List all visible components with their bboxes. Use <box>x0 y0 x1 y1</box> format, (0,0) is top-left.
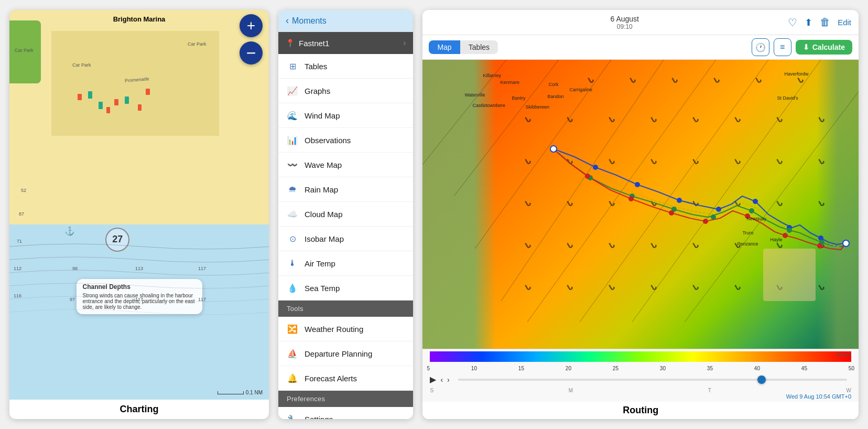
sea-temp-label: Sea Temp <box>305 284 340 293</box>
menu-item-weather-routing[interactable]: 🔀 Weather Routing <box>278 317 413 341</box>
menu-item-air-temp[interactable]: 🌡 Air Temp <box>278 251 413 276</box>
route-name: Fastnet1 <box>299 39 329 48</box>
timeline-knob[interactable] <box>757 376 766 384</box>
place-truro: Truro <box>742 230 753 235</box>
anchor-icon: ⚓ <box>64 226 75 236</box>
cloud-map-label: Cloud Map <box>305 210 343 219</box>
svg-text:ᒐ: ᒐ <box>650 240 658 250</box>
car-park-label-1: Car Park <box>15 48 34 53</box>
routing-header-actions: ♡ ⬆ 🗑 Edit <box>788 16 851 29</box>
menu-item-wave-map[interactable]: 〰️ Wave Map <box>278 153 413 177</box>
scale-line <box>218 391 244 394</box>
place-hayle: Hayle <box>770 237 782 242</box>
menu-item-graphs[interactable]: 📈 Graphs <box>278 79 413 103</box>
menu-item-settings[interactable]: 🔧 Settings <box>278 407 413 419</box>
routing-toolbar: 🕐 ≡ ⬇ Calculate <box>752 38 852 56</box>
tables-label: Tables <box>305 62 327 71</box>
menu-item-cloud-map[interactable]: ☁️ Cloud Map <box>278 202 413 227</box>
svg-text:ᒐ: ᒐ <box>713 75 721 84</box>
calculate-button[interactable]: ⬇ Calculate <box>796 40 852 55</box>
menu-item-forecast-alerts[interactable]: 🔔 Forecast Alerts <box>278 366 413 391</box>
depth-num-1: 52 <box>21 188 26 193</box>
fastnet-item[interactable]: 📍 Fastnet1 › <box>278 32 413 54</box>
back-button[interactable]: ‹ Moments <box>278 10 413 32</box>
prev-button[interactable]: ‹ <box>440 376 443 384</box>
tables-icon: ⊞ <box>287 60 298 72</box>
clock-icon-button[interactable]: 🕐 <box>752 38 769 56</box>
svg-text:ᒐ: ᒐ <box>587 75 595 84</box>
svg-point-54 <box>550 146 557 152</box>
svg-point-59 <box>753 199 758 204</box>
depth-num-7: 97 <box>70 297 75 302</box>
svg-text:ᒐ: ᒐ <box>650 114 658 124</box>
menu-item-isobar-map[interactable]: ⊙ Isobar Map <box>278 227 413 251</box>
rain-map-label: Rain Map <box>305 185 338 194</box>
depth-num-9: 117 <box>135 297 143 302</box>
wind-map-label: Wind Map <box>305 111 340 120</box>
marina-area <box>51 31 219 136</box>
scale-bar: 0.1 NM <box>218 390 263 395</box>
svg-text:ᒐ: ᒐ <box>671 75 679 84</box>
svg-text:ᒐ: ᒐ <box>776 114 784 124</box>
wave-map-label: Wave Map <box>305 160 342 169</box>
isobar-map-icon: ⊙ <box>287 233 298 244</box>
routing-bottom: 5 10 15 20 25 30 35 40 45 50 Knots ▶ ‹ › <box>422 349 859 402</box>
svg-text:ᒐ: ᒐ <box>776 156 784 166</box>
isobar-map-label: Isobar Map <box>305 234 344 243</box>
zoom-in-button[interactable]: + <box>240 14 263 37</box>
preferences-section-header: Preferences <box>278 391 413 407</box>
place-newquay: Newquay <box>746 216 766 221</box>
place-cork: Cork <box>548 82 558 87</box>
layers-icon-button[interactable]: ≡ <box>774 38 791 56</box>
svg-point-55 <box>593 165 598 170</box>
forecast-alerts-label: Forecast Alerts <box>305 374 357 383</box>
forecast-alerts-icon: 🔔 <box>287 372 298 384</box>
trash-icon[interactable]: 🗑 <box>820 16 830 28</box>
timeline-date: Wed 9 Aug 10:54 GMT+0 <box>422 393 859 402</box>
share-icon[interactable]: ⬆ <box>805 17 812 28</box>
menu-item-departure-planning[interactable]: ⛵ Departure Planning <box>278 341 413 366</box>
routing-tabs: Map Tables <box>429 40 498 54</box>
svg-point-76 <box>817 243 822 249</box>
svg-text:ᒐ: ᒐ <box>650 282 658 292</box>
graphs-icon: 📈 <box>287 85 298 96</box>
depth-num-5: 116 <box>14 293 21 298</box>
svg-text:ᒐ: ᒐ <box>692 282 700 292</box>
next-button[interactable]: › <box>447 376 450 384</box>
svg-point-56 <box>635 182 640 187</box>
knots-label: Knots <box>837 351 851 358</box>
place-carrigaline: Carrigaline <box>569 87 592 92</box>
map-marker-3 <box>114 99 118 105</box>
calculate-icon: ⬇ <box>803 43 809 51</box>
svg-text:ᒐ: ᒐ <box>818 114 826 124</box>
color-scale <box>430 351 851 362</box>
timeline-labels: S M T W <box>422 388 859 393</box>
routing-panel: 6 August 09:10 ♡ ⬆ 🗑 Edit Map Tables 🕐 ≡… <box>422 10 859 419</box>
menu-item-wind-map[interactable]: 🌊 Wind Map <box>278 103 413 128</box>
heart-icon[interactable]: ♡ <box>788 16 797 29</box>
svg-line-51 <box>580 60 768 322</box>
routing-label: Routing <box>422 402 859 419</box>
wind-map-icon: 🌊 <box>287 110 298 121</box>
menu-item-sea-temp[interactable]: 💧 Sea Temp <box>278 276 413 301</box>
svg-point-73 <box>703 219 708 224</box>
menu-item-tables[interactable]: ⊞ Tables <box>278 54 413 79</box>
map-brighton-title: Brighton Marina <box>113 15 166 23</box>
edit-button[interactable]: Edit <box>838 18 851 27</box>
play-button[interactable]: ▶ <box>430 374 436 384</box>
svg-text:ᒐ: ᒐ <box>524 114 533 124</box>
svg-line-50 <box>527 60 716 322</box>
svg-point-70 <box>585 174 590 179</box>
svg-text:ᒐ: ᒐ <box>734 282 742 292</box>
weather-routing-label: Weather Routing <box>305 325 363 334</box>
menu-item-observations[interactable]: 📊 Observations <box>278 128 413 153</box>
air-temp-label: Air Temp <box>305 259 335 268</box>
map-marker-2 <box>88 91 92 99</box>
sea-temp-icon: 💧 <box>287 282 298 294</box>
tab-map[interactable]: Map <box>429 40 460 54</box>
menu-item-rain-map[interactable]: 🌧 Rain Map <box>278 177 413 202</box>
car-park-label-2: Car Park <box>72 62 91 68</box>
timeline-slider[interactable] <box>458 379 847 381</box>
zoom-out-button[interactable]: − <box>240 41 263 65</box>
tab-tables[interactable]: Tables <box>460 40 498 54</box>
